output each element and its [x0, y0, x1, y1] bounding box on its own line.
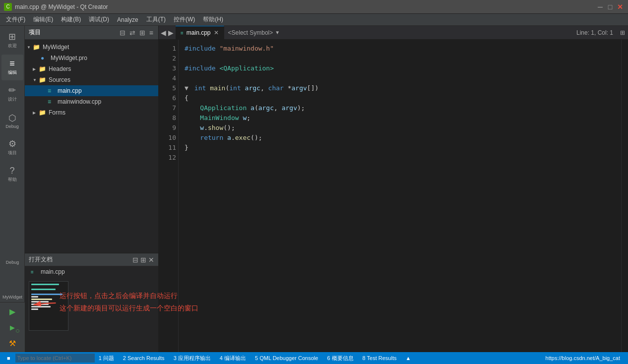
- open-docs-title: 打开文档: [29, 255, 132, 264]
- tree-label-forms: Forms: [49, 109, 65, 116]
- code-content[interactable]: #include "mainwindow.h" #include <QAppli…: [179, 40, 621, 352]
- menu-tools[interactable]: 工具(T): [142, 14, 170, 25]
- status-tab-search[interactable]: 2 Search Results: [119, 355, 169, 361]
- editor-scrollbar[interactable]: [621, 40, 628, 352]
- line-num-9: 9: [161, 123, 176, 133]
- close-button[interactable]: ✕: [616, 3, 624, 11]
- tree-label-maincpp: main.cpp: [58, 87, 82, 94]
- open-docs-expand-icon[interactable]: ⊞: [140, 256, 146, 264]
- project-panel: 项目 ⊟ ⇄ ⊞ ≡ ▼ 📁 MyWidget ● MyWidget.pro ▶: [25, 26, 159, 352]
- open-doc-label: main.cpp: [41, 268, 65, 275]
- tab-nav-controls: ◀ ▶: [159, 29, 176, 37]
- minimize-button[interactable]: ─: [596, 3, 604, 11]
- line-num-2: 2: [161, 54, 176, 63]
- menu-edit[interactable]: 编辑(E): [29, 14, 57, 25]
- expand-button[interactable]: ⊞: [138, 29, 146, 37]
- symbol-select[interactable]: <Select Symbol> ▼: [224, 29, 572, 36]
- run-button[interactable]: ▶: [3, 304, 21, 318]
- tree-item-maincpp[interactable]: ≡ main.cpp: [25, 85, 158, 96]
- line-num-11: 11: [161, 143, 176, 153]
- debug-run-button[interactable]: ▶⬡: [3, 320, 21, 334]
- open-docs-panel: 打开文档 ⊟ ⊞ ✕ ≡ main.cpp: [25, 253, 158, 352]
- tab-back-button[interactable]: ◀: [161, 29, 166, 37]
- sync-button[interactable]: ⇄: [128, 29, 136, 37]
- sidebar-label-design: 设计: [8, 96, 17, 103]
- status-tab-compile[interactable]: 4 编译输出: [216, 355, 250, 362]
- open-docs-close-icon[interactable]: ✕: [148, 256, 154, 264]
- editor-tab-maincpp[interactable]: ≡ main.cpp ✕: [176, 26, 224, 40]
- cpp-file-icon-main: ≡: [48, 87, 56, 94]
- project-icon: ⚙: [8, 139, 16, 148]
- maximize-button[interactable]: □: [606, 3, 614, 11]
- doc-file-icon: ≡: [31, 269, 39, 275]
- line-numbers: 1 2 3 4 5 6 7 8 9 10 11 12: [159, 40, 179, 352]
- sidebar-item-design[interactable]: ✏ 设计: [1, 81, 23, 107]
- status-tab-expand[interactable]: ▲: [402, 355, 415, 361]
- status-tab-test[interactable]: 8 Test Results: [359, 355, 401, 361]
- tree-label-root: MyWidget: [43, 44, 69, 51]
- line-num-6: 6: [161, 93, 176, 103]
- tree-item-headers[interactable]: ▶ 📁 Headers: [25, 63, 158, 74]
- status-bar-middle: 1 问题 2 Search Results 3 应用程序输出 4 编译输出 5 …: [95, 355, 542, 362]
- csdn-link[interactable]: https://blog.csdn.net/A_big_cat: [546, 355, 620, 361]
- welcome-icon: ⊞: [8, 32, 16, 41]
- symbol-select-label: <Select Symbol>: [228, 29, 273, 36]
- tree-label-mainwindowcpp: mainwindow.cpp: [58, 98, 101, 105]
- tab-label: main.cpp: [187, 29, 211, 36]
- menu-debug[interactable]: 调试(D): [85, 14, 113, 25]
- settings-button[interactable]: ≡: [148, 29, 154, 37]
- line-num-10: 10: [161, 133, 176, 143]
- status-tab-qmldebug[interactable]: 5 QML Debugger Console: [251, 355, 322, 361]
- tab-forward-button[interactable]: ▶: [168, 29, 174, 37]
- line-num-7: 7: [161, 103, 176, 113]
- pro-file-icon: ●: [41, 55, 49, 61]
- status-panel-toggle[interactable]: ■: [4, 355, 13, 361]
- tree-item-mainwindowcpp[interactable]: ≡ mainwindow.cpp: [25, 96, 158, 107]
- tab-bar: ◀ ▶ ≡ main.cpp ✕ <Select Symbol> ▼ Line:…: [159, 26, 628, 40]
- tab-close-button[interactable]: ✕: [214, 29, 219, 36]
- sidebar-item-debug[interactable]: ⬡ Debug: [1, 108, 23, 134]
- folder-icon-sources: 📁: [39, 76, 47, 83]
- tab-file-icon: ≡: [181, 30, 184, 36]
- tree-item-forms[interactable]: ▶ 📁 Forms: [25, 107, 158, 118]
- tree-item-sources[interactable]: ▼ 📁 Sources: [25, 74, 158, 85]
- status-tab-overview[interactable]: 6 概要信息: [323, 355, 357, 362]
- filter-button[interactable]: ⊟: [119, 29, 126, 37]
- open-docs-settings-icon[interactable]: ⊟: [132, 256, 138, 264]
- tree-arrow-root: ▼: [27, 45, 33, 50]
- tree-arrow-sources: ▼: [33, 78, 39, 82]
- design-icon: ✏: [8, 86, 16, 95]
- menu-controls[interactable]: 控件(W): [170, 14, 199, 25]
- folder-icon-forms: 📁: [39, 109, 47, 116]
- line-num-5: 5: [161, 83, 176, 93]
- tree-root-mywidget[interactable]: ▼ 📁 MyWidget: [25, 42, 158, 53]
- title-text: main.cpp @ MyWidget - Qt Creator: [15, 3, 596, 10]
- line-col-info: Line: 1, Col: 1: [572, 29, 617, 36]
- doc-thumbnail[interactable]: [29, 281, 68, 331]
- tree-label-sources: Sources: [49, 76, 70, 83]
- build-button[interactable]: ⚒: [3, 336, 21, 350]
- editor-split-button[interactable]: ⊞: [617, 29, 628, 36]
- tree-item-mywidgetpro[interactable]: ● MyWidget.pro: [25, 53, 158, 63]
- tree-arrow-forms: ▶: [33, 111, 39, 115]
- sidebar-item-help[interactable]: ? 帮助: [1, 162, 23, 187]
- line-num-4: 4: [161, 73, 176, 83]
- status-bar-left: ■: [4, 354, 95, 363]
- line-num-1: 1: [161, 44, 176, 54]
- status-tab-appoutput[interactable]: 3 应用程序输出: [170, 355, 215, 362]
- code-editor[interactable]: 1 2 3 4 5 6 7 8 9 10 11 12 #include "mai…: [159, 40, 628, 352]
- sidebar-label-project: 项目: [8, 150, 17, 156]
- menu-analyze[interactable]: Analyze: [113, 15, 142, 24]
- menu-build[interactable]: 构建(B): [57, 14, 85, 25]
- sidebar-item-edit[interactable]: ≡ 编辑: [1, 55, 23, 80]
- project-tree: ▼ 📁 MyWidget ● MyWidget.pro ▶ 📁 Headers …: [25, 40, 158, 253]
- sidebar-item-project[interactable]: ⚙ 项目: [1, 135, 23, 161]
- menu-file[interactable]: 文件(F): [2, 14, 29, 25]
- sidebar-item-welcome[interactable]: ⊞ 欢迎: [1, 28, 23, 54]
- open-doc-maincpp[interactable]: ≡ main.cpp: [25, 266, 158, 277]
- status-tab-problems[interactable]: 1 问题: [95, 355, 118, 362]
- status-bar: ■ 1 问题 2 Search Results 3 应用程序输出 4 编译输出 …: [0, 352, 628, 364]
- locate-input[interactable]: [15, 354, 95, 363]
- menu-help[interactable]: 帮助(H): [199, 14, 227, 25]
- folder-icon-root: 📁: [33, 44, 41, 51]
